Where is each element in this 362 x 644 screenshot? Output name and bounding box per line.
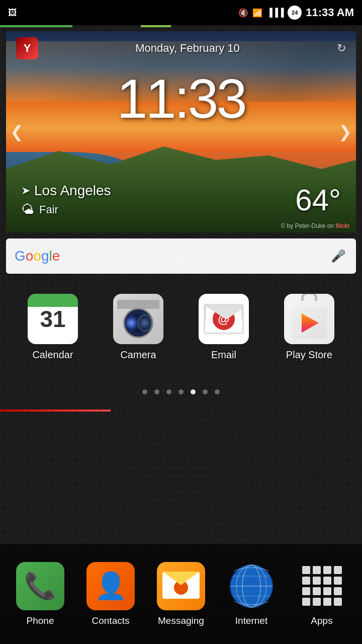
mute-icon: 🔇	[238, 8, 248, 18]
location-arrow-icon: ➤	[21, 184, 30, 197]
playstore-bag	[289, 299, 329, 339]
apps-grid	[300, 564, 344, 608]
widget-prev-arrow[interactable]: ❮	[10, 122, 24, 141]
google-g2: g	[41, 248, 49, 264]
weather-location: ➤ Los Angeles 🌤 Fair	[21, 183, 111, 217]
page-dot-7[interactable]	[215, 389, 220, 394]
play-triangle-svg	[298, 311, 321, 335]
bag-handle	[301, 294, 317, 301]
status-time: 11:33 AM	[306, 6, 354, 19]
voice-search-icon[interactable]: 🎤	[329, 247, 347, 265]
camera-inner-lens	[125, 315, 138, 331]
app-camera[interactable]: Camera	[101, 294, 176, 361]
status-left-icons: 🖼	[8, 8, 17, 18]
apps-dot-6	[313, 577, 321, 585]
apps-dot-7	[323, 577, 331, 585]
battery-badge: 24	[288, 6, 302, 20]
camera-lens	[123, 308, 153, 338]
dock-internet[interactable]: Internet	[221, 562, 282, 626]
contacts-icon[interactable]: 👤	[86, 562, 135, 610]
google-search-bar[interactable]: Google 🎤	[6, 238, 356, 274]
camera-icon[interactable]	[113, 294, 163, 344]
photo-credit: © by Peter-Duke on flickr	[281, 222, 350, 229]
widget-next-arrow[interactable]: ❯	[338, 122, 352, 141]
playstore-icon[interactable]	[284, 294, 334, 344]
app-calendar-label: Calendar	[32, 349, 73, 361]
apps-dot-12	[334, 587, 342, 595]
apps-dot-1	[302, 566, 310, 574]
apps-dot-9	[302, 587, 310, 595]
weather-icon: 🌤	[21, 202, 34, 217]
weather-widget[interactable]: Y Monday, February 10 ↻ 11:33 ❮ ❯ ➤ Los …	[6, 31, 356, 232]
app-email[interactable]: @ Email	[186, 294, 261, 361]
contacts-symbol: 👤	[95, 571, 127, 601]
app-grid: 31 Calendar Camera @ Email	[0, 284, 362, 371]
page-indicators	[0, 389, 362, 394]
main-background: Y Monday, February 10 ↻ 11:33 ❮ ❯ ➤ Los …	[0, 27, 362, 644]
apps-dot-8	[334, 577, 342, 585]
wifi-icon: 📶	[252, 8, 262, 18]
dock: 📞 Phone 👤 Contacts Messaging	[0, 543, 362, 644]
globe-svg	[229, 564, 274, 609]
condition-label: Fair	[39, 203, 58, 216]
google-g: G	[15, 248, 26, 264]
apps-dot-10	[313, 587, 321, 595]
page-dot-2[interactable]	[154, 389, 159, 394]
dock-internet-label: Internet	[235, 615, 267, 626]
msg-body	[162, 572, 200, 599]
weather-temperature: 64°	[295, 183, 341, 217]
dock-apps-label: Apps	[311, 615, 332, 626]
apps-dot-11	[323, 587, 331, 595]
messaging-envelope	[162, 572, 200, 601]
app-playstore-label: Play Store	[286, 349, 332, 361]
calendar-icon[interactable]: 31	[28, 294, 78, 344]
phone-icon[interactable]: 📞	[16, 562, 64, 610]
apps-dot-3	[323, 566, 331, 574]
google-o1: o	[26, 248, 34, 264]
internet-icon[interactable]	[227, 562, 276, 610]
app-camera-label: Camera	[120, 349, 156, 361]
page-dot-5[interactable]	[191, 389, 196, 394]
location-name: Los Angeles	[34, 183, 111, 199]
messaging-icon[interactable]	[157, 562, 205, 610]
page-dot-3[interactable]	[166, 389, 171, 394]
dock-apps[interactable]: Apps	[292, 562, 352, 626]
widget-logo-text: Y	[24, 42, 31, 55]
apps-dot-13	[302, 598, 310, 606]
signal-icon: ▐▐▐	[266, 8, 284, 17]
bottom-accent-bar	[0, 410, 362, 412]
flickr-brand: flickr	[335, 222, 350, 229]
widget-background: Y Monday, February 10 ↻ 11:33 ❮ ❯ ➤ Los …	[6, 31, 356, 232]
page-dot-1[interactable]	[142, 389, 147, 394]
widget-header: Y Monday, February 10 ↻	[6, 37, 356, 59]
google-e: e	[52, 248, 60, 264]
calendar-header	[28, 294, 78, 307]
email-icon[interactable]: @	[199, 294, 249, 344]
app-calendar[interactable]: 31 Calendar	[15, 294, 90, 361]
app-playstore[interactable]: Play Store	[272, 294, 347, 361]
email-flap	[205, 305, 243, 319]
apps-dot-16	[334, 598, 342, 606]
apps-dot-2	[313, 566, 321, 574]
bag-body	[292, 307, 327, 339]
widget-time: 11:33	[6, 66, 356, 130]
widget-logo: Y	[16, 37, 38, 59]
status-bar: 🖼 🔇 📶 ▐▐▐ 24 11:33 AM	[0, 0, 362, 25]
weather-condition: 🌤 Fair	[21, 202, 111, 217]
widget-date: Monday, February 10	[135, 42, 239, 55]
google-logo: Google	[15, 248, 60, 264]
dock-messaging-label: Messaging	[158, 615, 204, 626]
apps-dot-14	[313, 598, 321, 606]
apps-icon[interactable]	[298, 562, 346, 610]
svg-marker-0	[302, 313, 319, 333]
dock-phone[interactable]: 📞 Phone	[10, 562, 70, 626]
page-dot-4[interactable]	[178, 389, 184, 394]
refresh-icon[interactable]: ↻	[337, 42, 346, 55]
page-dot-6[interactable]	[203, 389, 208, 394]
dock-contacts[interactable]: 👤 Contacts	[80, 562, 141, 626]
dock-contacts-label: Contacts	[92, 615, 130, 626]
apps-dot-4	[334, 566, 342, 574]
dock-messaging[interactable]: Messaging	[151, 562, 211, 626]
apps-dot-15	[323, 598, 331, 606]
widget-bottom-info: ➤ Los Angeles 🌤 Fair 64°	[6, 183, 356, 217]
